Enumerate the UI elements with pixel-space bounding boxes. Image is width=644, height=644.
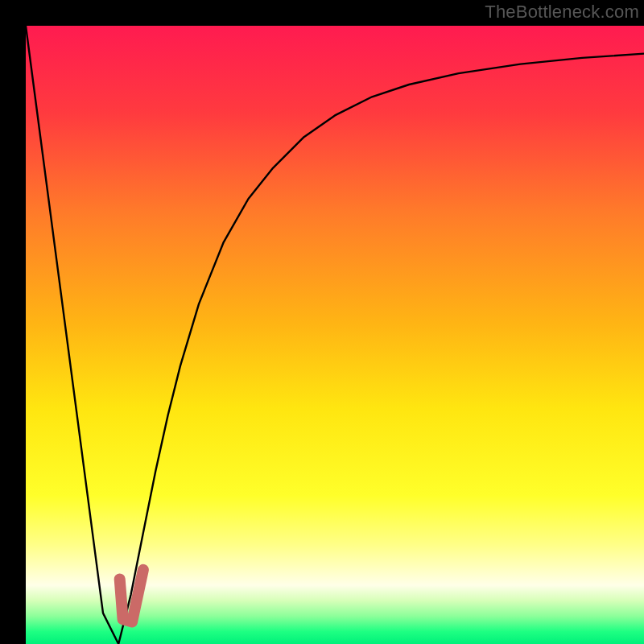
watermark-text: TheBottleneck.com: [485, 2, 639, 23]
chart-frame: TheBottleneck.com: [0, 0, 644, 644]
gradient-background: [26, 26, 644, 644]
bottleneck-chart: [26, 26, 644, 644]
